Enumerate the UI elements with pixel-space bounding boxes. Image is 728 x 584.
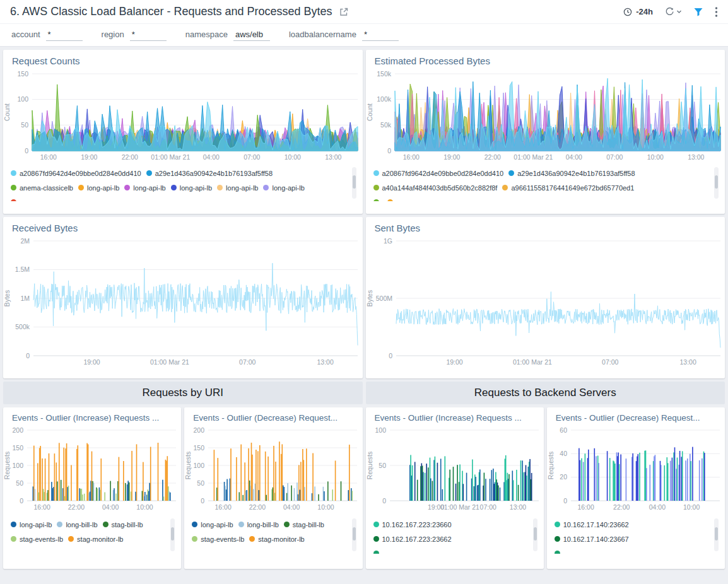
region-filter-input[interactable]: * bbox=[130, 30, 167, 41]
svg-text:22:00: 22:00 bbox=[613, 503, 630, 511]
scrollbar-thumb[interactable] bbox=[715, 527, 718, 541]
legend-item[interactable]: anema-classicelb bbox=[11, 184, 73, 192]
backend-outlier-increase-legend: 10.162.167.223:2366010.162.167.223:23662 bbox=[373, 517, 537, 554]
legend-item[interactable]: long-api-lb bbox=[78, 184, 119, 192]
legend-label: long-bill-lb bbox=[66, 521, 97, 529]
legend-label: long-api-lb bbox=[180, 184, 212, 192]
legend-scrollbar[interactable] bbox=[714, 167, 719, 199]
legend-label: long-api-lb bbox=[272, 184, 304, 192]
panel-request-counts: Request Counts 05010015016:0019:0022:000… bbox=[3, 50, 363, 214]
panel-received-bytes: Received Bytes 0500k1M1.5M2M19:0001:00 M… bbox=[3, 217, 363, 378]
legend-row: stag-events-lbstag-monitor-lb bbox=[192, 532, 346, 546]
legend-item[interactable]: stag-monitor-lb bbox=[68, 535, 123, 543]
svg-text:100: 100 bbox=[194, 462, 205, 469]
legend-label: 10.162.167.223:23662 bbox=[382, 535, 452, 543]
request-counts-chart[interactable]: 05010015016:0019:0022:0001:00 Mar 2104:0… bbox=[3, 67, 363, 163]
kebab-menu-button[interactable] bbox=[715, 6, 718, 18]
backend-outlier-increase-chart[interactable]: 05010019:0001:00 Mar 2107:0013:00Request… bbox=[366, 424, 544, 513]
legend-item[interactable]: stag-monitor-lb bbox=[249, 535, 304, 543]
legend-item[interactable] bbox=[373, 551, 382, 554]
legend-item[interactable] bbox=[11, 199, 20, 201]
svg-text:50: 50 bbox=[379, 462, 386, 469]
legend-scrollbar[interactable] bbox=[352, 167, 356, 199]
legend-label: stag-monitor-lb bbox=[258, 535, 304, 543]
legend-scrollbar[interactable] bbox=[352, 518, 356, 551]
svg-text:04:00: 04:00 bbox=[649, 503, 665, 511]
legend-item[interactable]: long-api-lb bbox=[124, 184, 165, 192]
legend-item[interactable]: 10.162.17.140:23662 bbox=[555, 521, 629, 529]
svg-text:22:00: 22:00 bbox=[249, 503, 266, 511]
legend-item[interactable]: long-api-lb bbox=[171, 184, 212, 192]
scrollbar-thumb[interactable] bbox=[353, 175, 356, 189]
filter-label: account bbox=[11, 30, 40, 39]
legend-item[interactable]: long-api-lb bbox=[263, 184, 304, 192]
legend-item[interactable]: stag-bill-lb bbox=[284, 521, 324, 529]
legend-item[interactable]: stag-bill-lb bbox=[103, 521, 143, 529]
legend-item[interactable]: a20867fd9642d4e09bbe0d284e0dd410 bbox=[11, 170, 141, 177]
legend-item[interactable]: a20867fd9642d4e09bbe0d284e0dd410 bbox=[373, 170, 504, 177]
sent-bytes-chart[interactable]: 0500M1G19:0001:00 Mar 2107:0013:00Bytes bbox=[366, 235, 725, 368]
svg-text:500M: 500M bbox=[375, 295, 392, 302]
svg-text:Count: Count bbox=[366, 103, 373, 121]
legend-item[interactable]: long-bill-lb bbox=[238, 521, 279, 529]
panel-backend-outlier-decrease: Events - Outlier (Decrease) Request... 0… bbox=[547, 407, 725, 569]
legend-row: a20867fd9642d4e09bbe0d284e0dd410a29e1d43… bbox=[11, 166, 346, 180]
share-icon[interactable] bbox=[339, 7, 349, 17]
legend-dot bbox=[238, 522, 244, 527]
scrollbar-thumb[interactable] bbox=[715, 175, 718, 189]
legend-dot bbox=[192, 522, 197, 527]
legend-scrollbar[interactable] bbox=[170, 518, 175, 551]
scrollbar-thumb[interactable] bbox=[353, 527, 356, 541]
legend-dot bbox=[68, 536, 74, 542]
legend-item[interactable] bbox=[555, 551, 563, 554]
svg-text:100k: 100k bbox=[377, 95, 392, 103]
legend-item[interactable]: a96611558176441649e672bd65770ed1 bbox=[502, 184, 634, 192]
legend-dot bbox=[11, 170, 16, 176]
uri-outlier-increase-chart[interactable]: 05010015020016:0022:0004:0010:00Requests bbox=[3, 424, 181, 513]
legend-item[interactable]: long-bill-lb bbox=[57, 521, 97, 529]
legend-item[interactable]: long-api-lb bbox=[11, 521, 52, 529]
svg-text:150: 150 bbox=[12, 444, 23, 452]
legend-item[interactable]: 10.162.167.223:23662 bbox=[373, 535, 452, 543]
legend-item[interactable]: long-api-lb bbox=[217, 184, 258, 192]
legend-item[interactable] bbox=[373, 199, 382, 201]
svg-text:16:00: 16:00 bbox=[215, 503, 232, 511]
backend-outlier-decrease-chart[interactable]: 020406016:0022:0004:0010:00Requests bbox=[547, 424, 725, 513]
loadbalancername-filter-input[interactable]: * bbox=[362, 30, 399, 41]
legend-label: long-api-lb bbox=[201, 521, 233, 529]
chevron-down-icon bbox=[676, 9, 682, 15]
legend-scrollbar[interactable] bbox=[533, 518, 537, 551]
filter-label: region bbox=[102, 30, 124, 39]
svg-text:10:00: 10:00 bbox=[136, 503, 153, 511]
legend-row bbox=[373, 195, 709, 201]
legend-item[interactable]: stag-events-lb bbox=[192, 535, 244, 543]
svg-text:Count: Count bbox=[3, 103, 11, 121]
filter-region: region * bbox=[102, 30, 167, 41]
panel-backend-outlier-increase: Events - Outlier (Increase) Requests ...… bbox=[366, 407, 544, 569]
legend-scrollbar[interactable] bbox=[714, 518, 719, 551]
filter-button[interactable] bbox=[693, 7, 703, 17]
legend-item[interactable] bbox=[387, 199, 396, 201]
legend-item[interactable]: a29e1d436a90942e4b1b76193af5ff58 bbox=[508, 170, 635, 177]
received-bytes-chart[interactable]: 0500k1M1.5M2M19:0001:00 Mar 2107:0013:00… bbox=[3, 235, 363, 368]
legend-dot bbox=[171, 185, 177, 190]
legend-item[interactable]: a40a144af484f403db5d560b2c882f8f bbox=[373, 184, 498, 192]
uri-outlier-decrease-chart[interactable]: 05010015020016:0022:0004:0010:00Requests bbox=[184, 424, 362, 513]
namespace-filter-input[interactable]: aws/elb bbox=[233, 30, 270, 41]
legend-item[interactable]: a29e1d436a90942e4b1b76193af5ff58 bbox=[146, 170, 273, 177]
scrollbar-thumb[interactable] bbox=[171, 527, 174, 541]
estimated-processed-bytes-chart[interactable]: 050k100k150k16:0019:0022:0001:00 Mar 210… bbox=[366, 67, 725, 163]
legend-item[interactable]: 10.162.17.140:23667 bbox=[555, 535, 629, 543]
panel-uri-outlier-increase: Events - Outlier (Increase) Requests ...… bbox=[3, 407, 181, 569]
time-range-button[interactable]: -24h bbox=[623, 7, 653, 17]
scrollbar-thumb[interactable] bbox=[534, 527, 537, 541]
legend-item[interactable]: long-api-lb bbox=[192, 521, 233, 529]
legend-label: a96611558176441649e672bd65770ed1 bbox=[511, 184, 634, 192]
legend-item[interactable]: stag-events-lb bbox=[11, 535, 63, 543]
refresh-button[interactable] bbox=[664, 6, 682, 17]
svg-text:Requests: Requests bbox=[3, 452, 11, 479]
svg-text:04:00: 04:00 bbox=[203, 153, 220, 161]
legend-dot bbox=[502, 185, 508, 190]
account-filter-input[interactable]: * bbox=[46, 30, 83, 41]
legend-item[interactable]: 10.162.167.223:23660 bbox=[373, 521, 452, 529]
